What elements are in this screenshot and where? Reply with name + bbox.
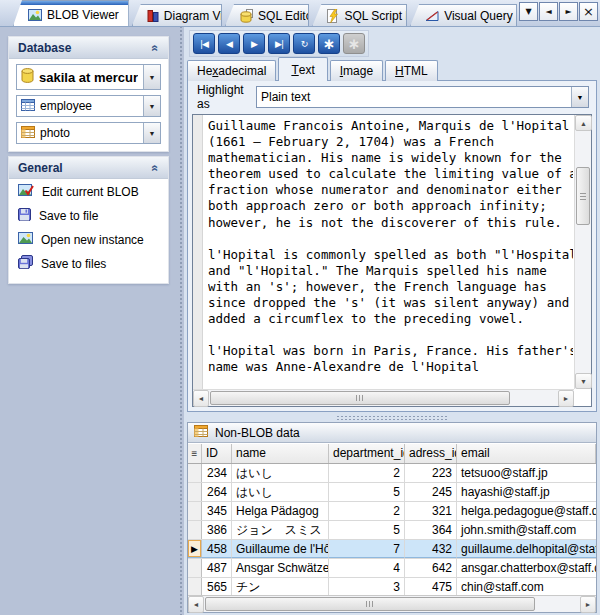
refresh-button[interactable]: ↻ bbox=[293, 33, 315, 54]
tab-label: BLOB Viewer bbox=[47, 8, 119, 22]
tab-close-button[interactable]: × bbox=[579, 2, 598, 21]
link-label: Edit current BLOB bbox=[42, 185, 139, 199]
column-header-name[interactable]: name bbox=[232, 444, 329, 463]
table-row[interactable]: 234 はいし 2 223 tetsuoo@staff.jp bbox=[188, 464, 596, 483]
scroll-right-icon[interactable]: ► bbox=[558, 390, 574, 407]
grid-horizontal-scrollbar[interactable]: ◄ ► bbox=[188, 595, 596, 612]
nav-last-record-button[interactable]: ▶| bbox=[268, 33, 290, 54]
database-icon bbox=[21, 68, 34, 86]
open-image-icon bbox=[18, 232, 33, 247]
tab-scroll-left-button[interactable]: ◄ bbox=[539, 2, 558, 21]
tab-image[interactable]: Image bbox=[330, 60, 383, 81]
diagram-icon bbox=[147, 9, 159, 22]
row-selector-marker[interactable]: ▶ bbox=[188, 540, 202, 558]
text-vertical-scrollbar[interactable]: ▲ ▼ bbox=[574, 115, 591, 389]
highlight-as-select[interactable]: Plain text ▼ bbox=[256, 86, 589, 108]
row-selector[interactable] bbox=[188, 483, 202, 501]
row-selector[interactable] bbox=[188, 464, 202, 482]
row-selector[interactable] bbox=[188, 502, 202, 520]
tab-blob-viewer[interactable]: BLOB Viewer bbox=[13, 0, 129, 26]
tab-diagram-viewer[interactable]: Diagram Viewer bbox=[132, 4, 222, 26]
text-horizontal-scrollbar[interactable]: ◄ ► bbox=[193, 389, 574, 406]
dropdown-arrow-icon[interactable]: ▼ bbox=[571, 87, 588, 107]
tab-text[interactable]: Text bbox=[278, 57, 327, 81]
row-selector[interactable] bbox=[188, 578, 202, 595]
database-select[interactable]: sakila at mercury ▼ bbox=[16, 64, 161, 90]
table-select-employee[interactable]: employee ▼ bbox=[16, 95, 161, 117]
row-marker-icon: ▶ bbox=[191, 540, 198, 558]
row-selector[interactable] bbox=[188, 559, 202, 577]
table-row[interactable]: 345 Helga Pädagog 2 321 helga.pedagogue@… bbox=[188, 502, 596, 521]
collapse-chevron-icon[interactable]: « bbox=[149, 164, 163, 171]
nav-next-record-button[interactable]: ▶ bbox=[243, 33, 265, 54]
window-tab-bar: BLOB Viewer Diagram Viewer SQL Editor: .… bbox=[0, 0, 600, 27]
tab-label: Visual Query Builder bbox=[444, 9, 517, 23]
table-orange-icon bbox=[21, 126, 35, 141]
tab-html[interactable]: HTML bbox=[385, 60, 438, 81]
highlight-as-label: Highlight as bbox=[197, 83, 256, 111]
save-icon bbox=[18, 208, 31, 224]
table-row[interactable]: 565 チン 3 475 chin@staff.com bbox=[188, 578, 596, 595]
nav-first-record-button[interactable]: |◀ bbox=[193, 33, 215, 54]
table-row[interactable]: 386 ジョン スミス 5 364 john.smith@staff.com bbox=[188, 521, 596, 540]
horizontal-scroll-thumb[interactable] bbox=[210, 391, 510, 405]
table-row[interactable]: 487 Ansgar Schwätzer 4 642 ansgar.chatte… bbox=[188, 559, 596, 578]
nav-prior-record-button[interactable]: ◀ bbox=[218, 33, 240, 54]
table-row[interactable]: 264 はいし 5 245 hayashi@staff.jp bbox=[188, 483, 596, 502]
table-select-value: employee bbox=[40, 99, 138, 113]
scroll-right-icon[interactable]: ► bbox=[580, 596, 596, 613]
column-header-id[interactable]: ID bbox=[202, 444, 232, 463]
asterisk-disabled-button: ∗ bbox=[343, 33, 365, 54]
column-select-photo[interactable]: photo ▼ bbox=[16, 122, 161, 144]
dropdown-arrow-icon[interactable]: ▼ bbox=[143, 123, 160, 143]
row-selector[interactable] bbox=[188, 521, 202, 539]
tab-sql-script-editor[interactable]: SQL Script Editor bbox=[312, 4, 407, 26]
blob-text-content[interactable]: Guillaume Francois Antoine, Marquis de l… bbox=[208, 118, 573, 388]
non-blob-data-header: Non-BLOB data bbox=[188, 423, 596, 443]
sidebar: Database « sakila at mercury ▼ employee … bbox=[0, 27, 178, 615]
sql-database-icon bbox=[240, 9, 253, 23]
save-to-file-link[interactable]: Save to file bbox=[9, 204, 168, 228]
tab-scroll-right-button[interactable]: ► bbox=[559, 2, 578, 21]
blob-text-frame: Guillaume Francois Antoine, Marquis de l… bbox=[192, 114, 592, 407]
table-blue-icon bbox=[21, 99, 35, 114]
column-header-department-id[interactable]: department_id bbox=[329, 444, 405, 463]
save-multi-icon bbox=[18, 255, 33, 272]
highlight-as-value: Plain text bbox=[257, 90, 571, 104]
column-header-adress-id[interactable]: adress_id bbox=[405, 444, 457, 463]
visual-query-icon bbox=[425, 10, 439, 22]
dropdown-arrow-icon[interactable]: ▼ bbox=[143, 65, 160, 89]
tab-sql-editor[interactable]: SQL Editor: ... bbox=[225, 4, 309, 26]
collapse-chevron-icon[interactable]: « bbox=[149, 44, 163, 51]
scroll-left-icon[interactable]: ◄ bbox=[193, 390, 209, 407]
column-header-email[interactable]: email bbox=[457, 444, 596, 463]
open-new-instance-link[interactable]: Open new instance bbox=[9, 228, 168, 251]
link-label: Save to file bbox=[39, 209, 98, 223]
tab-list-dropdown-button[interactable]: ▼ bbox=[519, 2, 538, 21]
tab-label: SQL Editor: ... bbox=[258, 9, 309, 23]
scroll-up-icon[interactable]: ▲ bbox=[575, 115, 592, 131]
general-group: General « Edit current BLOB Save to file… bbox=[8, 156, 169, 284]
tab-hexadecimal[interactable]: Hexadecimal bbox=[187, 60, 276, 81]
record-navigator-toolbar: |◀ ◀ ▶ ▶| ↻ ∗ ∗ bbox=[189, 30, 369, 57]
scroll-down-icon[interactable]: ▼ bbox=[575, 373, 592, 389]
horizontal-scroll-thumb[interactable] bbox=[205, 597, 535, 611]
edit-blob-icon bbox=[18, 183, 34, 200]
table-row-selected[interactable]: ▶ 458 Guillaume de l'Hôpital 7 432 guill… bbox=[188, 540, 596, 559]
dropdown-arrow-icon[interactable]: ▼ bbox=[143, 96, 160, 116]
tab-visual-query-builder[interactable]: Visual Query Builder bbox=[410, 4, 517, 26]
text-view-panel: Highlight as Plain text ▼ Guillaume Fran… bbox=[187, 80, 597, 412]
general-group-header[interactable]: General « bbox=[9, 157, 168, 179]
column-select-value: photo bbox=[40, 126, 138, 140]
save-to-files-link[interactable]: Save to files bbox=[9, 251, 168, 276]
grid-header-row: ≡ ID name department_id adress_id email bbox=[188, 444, 596, 464]
view-mode-tabs: Hexadecimal Text Image HTML bbox=[187, 57, 440, 81]
tab-nav-buttons: ▼ ◄ ► × bbox=[519, 2, 598, 21]
grid-corner-menu-icon[interactable]: ≡ bbox=[188, 444, 202, 463]
scroll-left-icon[interactable]: ◄ bbox=[188, 596, 204, 613]
database-group-header[interactable]: Database « bbox=[9, 37, 168, 59]
vertical-scroll-thumb[interactable] bbox=[576, 167, 590, 225]
panel-splitter[interactable] bbox=[184, 414, 600, 422]
edit-current-blob-link[interactable]: Edit current BLOB bbox=[9, 179, 168, 204]
asterisk-button[interactable]: ∗ bbox=[318, 33, 340, 54]
